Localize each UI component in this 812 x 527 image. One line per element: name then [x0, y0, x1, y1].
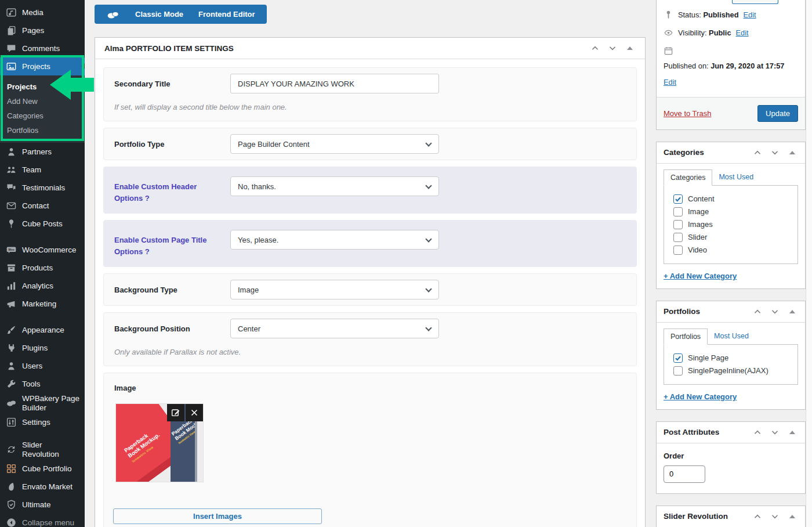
- move-up-icon[interactable]: [589, 42, 601, 54]
- checkbox[interactable]: [673, 220, 683, 229]
- preview-changes-button-partial[interactable]: [732, 0, 778, 4]
- admin-sidebar: MediaPagesCommentsProjectsProjectsAdd Ne…: [0, 0, 85, 527]
- portfolios-list: Single PageSinglePageInline(AJAX): [664, 344, 798, 385]
- background-position-select[interactable]: Center: [230, 319, 439, 338]
- tab-most-used[interactable]: Most Used: [712, 169, 760, 185]
- svg-text:Woo: Woo: [8, 248, 14, 251]
- tab-portfolios[interactable]: Portfolios: [664, 329, 708, 345]
- frontend-editor-button[interactable]: Frontend Editor: [198, 10, 255, 19]
- add-new-category-link[interactable]: + Add New Category: [664, 392, 737, 401]
- sidebar-item-pages[interactable]: Pages: [0, 21, 85, 39]
- update-button[interactable]: Update: [757, 105, 798, 122]
- right-sidebar: Status: Published Edit Visibility: Publi…: [656, 0, 806, 527]
- move-up-icon[interactable]: [752, 306, 763, 317]
- sidebar-item-comments[interactable]: Comments: [0, 39, 85, 57]
- sidebar-item-label: Collapse menu: [22, 518, 74, 527]
- sidebar-item-media[interactable]: Media: [0, 3, 85, 21]
- sidebar-item-woocommerce[interactable]: WooWooCommerce: [0, 241, 85, 259]
- move-down-icon[interactable]: [769, 427, 781, 438]
- page-scrollbar[interactable]: [806, 0, 812, 527]
- woocommerce-icon: Woo: [6, 244, 17, 255]
- portfolio-type-select[interactable]: Page Builder Content: [230, 134, 439, 154]
- projects-submenu: ProjectsAdd NewCategoriesPortfolios: [0, 75, 85, 143]
- move-down-icon[interactable]: [607, 42, 618, 54]
- tab-most-used[interactable]: Most Used: [708, 329, 755, 344]
- checkbox[interactable]: [673, 246, 683, 255]
- move-down-icon[interactable]: [769, 511, 781, 522]
- move-down-icon[interactable]: [769, 306, 781, 317]
- move-up-icon[interactable]: [752, 147, 763, 158]
- field-row-enable-custom-page-title-options: Enable Custom Page Title Options ?Yes, p…: [103, 220, 637, 267]
- sidebar-item-users[interactable]: Users: [0, 357, 85, 375]
- background-type-select[interactable]: Image: [230, 280, 439, 299]
- sidebar-item-slider-revolution[interactable]: Slider Revolution: [0, 439, 85, 460]
- submenu-item-add-new[interactable]: Add New: [0, 94, 85, 109]
- toggle-panel-icon[interactable]: [786, 511, 798, 522]
- sidebar-item-contact[interactable]: Contact: [0, 197, 85, 215]
- order-input[interactable]: [664, 465, 705, 483]
- sidebar-item-team[interactable]: Team: [0, 161, 85, 179]
- portfolios-tabs: Portfolios Most Used: [657, 323, 805, 344]
- secondary-title-input[interactable]: [230, 74, 439, 93]
- move-to-trash-link[interactable]: Move to Trash: [664, 109, 711, 118]
- sidebar-item-analytics[interactable]: Analytics: [0, 277, 85, 295]
- settings-fields: Secondary TitleIf set, will display a se…: [95, 59, 645, 527]
- sidebar-item-marketing[interactable]: Marketing: [0, 295, 85, 313]
- checkbox[interactable]: [673, 353, 683, 363]
- sidebar-item-envato-market[interactable]: Envato Market: [0, 478, 85, 496]
- chevron-down-icon: [425, 140, 432, 146]
- cube-portfolio-icon: [6, 463, 17, 474]
- move-up-icon[interactable]: [752, 427, 763, 438]
- move-up-icon[interactable]: [752, 511, 763, 522]
- enable-custom-page-title-options-select[interactable]: Yes, please.: [230, 230, 439, 250]
- sidebar-item-tools[interactable]: Tools: [0, 375, 85, 393]
- edit-visibility-link[interactable]: Edit: [736, 27, 749, 38]
- tab-categories[interactable]: Categories: [664, 169, 712, 186]
- sidebar-item-settings[interactable]: Settings: [0, 413, 85, 431]
- edit-published-link[interactable]: Edit: [664, 77, 676, 88]
- sidebar-item-label: Analytics: [22, 281, 53, 291]
- submenu-item-projects[interactable]: Projects: [0, 80, 85, 94]
- term-row-slider: Slider: [669, 231, 793, 244]
- submenu-item-categories[interactable]: Categories: [0, 109, 85, 123]
- edit-image-button[interactable]: [167, 404, 184, 421]
- sidebar-item-partners[interactable]: Partners: [0, 143, 85, 161]
- term-row-video: Video: [669, 244, 793, 257]
- move-down-icon[interactable]: [769, 147, 781, 158]
- checkbox[interactable]: [673, 194, 683, 204]
- sidebar-item-plugins[interactable]: Plugins: [0, 339, 85, 357]
- chevron-down-icon: [425, 236, 432, 242]
- toggle-panel-icon[interactable]: [786, 427, 798, 438]
- visibility-value: Public: [709, 28, 731, 37]
- enable-custom-header-options-select[interactable]: No, thanks.: [230, 176, 439, 196]
- sidebar-item-collapse-menu[interactable]: Collapse menu: [0, 514, 85, 527]
- toggle-panel-icon[interactable]: [624, 42, 636, 54]
- comments-icon: [6, 43, 17, 54]
- remove-image-button[interactable]: [186, 404, 203, 421]
- pages-icon: [6, 25, 17, 36]
- add-new-category-link[interactable]: + Add New Category: [664, 272, 737, 280]
- checkbox[interactable]: [673, 233, 683, 242]
- sidebar-item-appearance[interactable]: Appearance: [0, 321, 85, 339]
- sidebar-item-wpbakery-page-builder[interactable]: WPBakery Page Builder: [0, 393, 85, 413]
- checkbox[interactable]: [673, 207, 683, 216]
- toggle-panel-icon[interactable]: [786, 147, 798, 158]
- term-label: SinglePageInline(AJAX): [688, 366, 768, 375]
- slider-revolution-panel: Slider Revolution Blank Template OFF Sli…: [656, 506, 806, 527]
- post-attributes-header: Post Attributes: [657, 422, 805, 443]
- checkbox[interactable]: [673, 366, 683, 376]
- portfolio-settings-panel: Alma PORTFOLIO ITEM SETTINGS Secondary T…: [95, 37, 646, 527]
- classic-mode-button[interactable]: Classic Mode: [135, 10, 183, 19]
- toggle-panel-icon[interactable]: [786, 306, 798, 317]
- sidebar-item-products[interactable]: Products: [0, 259, 85, 277]
- sidebar-item-cube-portfolio[interactable]: Cube Portfolio: [0, 460, 85, 478]
- sidebar-item-cube-posts[interactable]: Cube Posts: [0, 215, 85, 233]
- insert-images-button[interactable]: Insert Images: [113, 508, 322, 524]
- edit-status-link[interactable]: Edit: [744, 9, 756, 20]
- admin-menu: MediaPagesCommentsProjectsProjectsAdd Ne…: [0, 0, 85, 527]
- sidebar-item-ultimate[interactable]: Ultimate: [0, 496, 85, 514]
- featured-image-thumbnail: Paperback Book Mockup.Isometric ViewPape…: [115, 403, 204, 482]
- sidebar-item-projects[interactable]: Projects: [0, 57, 85, 75]
- sidebar-item-testimonials[interactable]: Testimonials: [0, 179, 85, 197]
- submenu-item-portfolios[interactable]: Portfolios: [0, 123, 85, 138]
